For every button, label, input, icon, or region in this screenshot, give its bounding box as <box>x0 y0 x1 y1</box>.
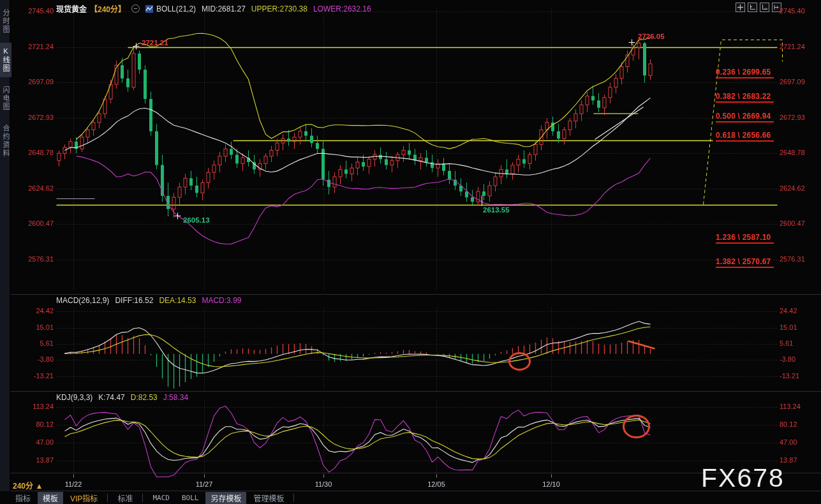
macd-axis-tick-right: 24.42 <box>780 307 797 315</box>
date-axis-tick: 12/05 <box>427 480 445 488</box>
toolbar-separator <box>107 494 108 502</box>
main-axis-tick-left: 2576.31 <box>19 255 54 263</box>
trading-terminal: 分时图 K线图 闪电图 合约资料 现货黄金 【240分】 BOLL(21,2) … <box>0 0 821 504</box>
kdj-d-value: D:82.53 <box>131 393 158 402</box>
kdj-name: KDJ(9,3,3) <box>56 393 92 402</box>
sidebar-item-lightning[interactable]: 闪电图 <box>0 82 11 115</box>
macd-dea-value: DEA:14.53 <box>159 296 196 305</box>
main-axis-tick-right: 2672.93 <box>780 114 805 121</box>
period-label: 【240分】 <box>90 3 126 14</box>
macd-button[interactable]: MACD <box>147 493 175 503</box>
xaxis-scale-icon[interactable] <box>760 3 769 12</box>
date-axis-tick: 11/22 <box>65 480 82 488</box>
fib-retracement-label: 0.382 \ 2683.22 <box>716 92 774 103</box>
macd-axis-tick-right: -13.21 <box>780 372 799 380</box>
sidebar-item-contract-info[interactable]: 合约资料 <box>0 120 11 162</box>
main-axis-tick-right: 2624.62 <box>780 184 805 192</box>
boll-button[interactable]: BOLL <box>177 493 204 503</box>
macd-axis-tick-left: -3.80 <box>19 355 54 363</box>
price-annotation: 2613.55 <box>483 206 510 214</box>
main-axis-tick-left: 2648.78 <box>19 149 54 156</box>
template-button[interactable]: 模板 <box>38 492 63 504</box>
kdj-axis-tick-left: 13.87 <box>19 456 54 464</box>
standard-button[interactable]: 标准 <box>112 492 138 504</box>
date-axis-tick: 12/10 <box>542 480 560 488</box>
main-axis-tick-right: 2721.24 <box>780 43 805 50</box>
symbol-name: 现货黄金 <box>56 3 87 14</box>
boll-lower-value: LOWER:2632.16 <box>313 4 371 13</box>
dropdown-arrow-icon: ▲ <box>35 482 43 491</box>
kdj-axis-tick-left: 113.24 <box>19 403 54 410</box>
fib-retracement-label: 1.382 \ 2570.67 <box>716 257 774 268</box>
kline-chart-icon <box>145 5 153 13</box>
bottom-toolbar: 指标模板VIP指标标准MACDBOLL另存模板管理模板 <box>10 492 297 504</box>
move-tool-icon[interactable] <box>736 3 745 12</box>
boll-mid-value: MID:2681.27 <box>202 4 246 13</box>
main-axis-tick-right: 2697.09 <box>780 78 805 85</box>
macd-diff-value: DIFF:16.52 <box>115 296 153 305</box>
kdj-axis-tick-right: 113.24 <box>780 403 801 410</box>
price-annotation: 2721.21 <box>142 39 168 47</box>
macd-header: MACD(26,12,9) DIFF:16.52 DEA:14.53 MACD:… <box>56 296 241 305</box>
main-axis-tick-right: 2648.78 <box>780 149 805 156</box>
vip-indicator-button[interactable]: VIP指标 <box>65 492 103 504</box>
boll-label: BOLL(21,2) <box>156 4 196 13</box>
sidebar-item-kline[interactable]: K线图 <box>0 43 11 77</box>
macd-axis-tick-left: 15.01 <box>19 323 54 331</box>
manage-template-button[interactable]: 管理模板 <box>248 492 289 504</box>
collapse-indicator-icon[interactable] <box>131 4 140 13</box>
toolbar-separator <box>293 494 294 502</box>
macd-axis-tick-left: -13.21 <box>19 372 54 380</box>
fib-retracement-label: 0.618 \ 2656.66 <box>716 131 774 142</box>
main-axis-tick-right: 2745.40 <box>780 7 805 15</box>
main-axis-tick-left: 2697.09 <box>19 78 54 85</box>
kdj-axis-tick-right: 80.12 <box>780 420 797 428</box>
kdj-axis-tick-left: 47.00 <box>19 438 54 446</box>
date-axis-tick: 11/30 <box>315 480 332 488</box>
price-annotation: 2726.05 <box>638 33 665 40</box>
chart-canvas[interactable] <box>0 0 821 504</box>
chart-header: 现货黄金 【240分】 BOLL(21,2) MID:2681.27 UPPER… <box>56 3 371 14</box>
macd-axis-tick-right: 15.01 <box>780 323 797 331</box>
chart-tool-icons <box>736 3 781 12</box>
macd-name: MACD(26,12,9) <box>56 296 109 305</box>
macd-axis-tick-right: 5.61 <box>780 339 793 347</box>
main-axis-tick-right: 2576.31 <box>780 255 805 263</box>
fx678-watermark: FX678 <box>701 463 785 493</box>
fib-retracement-label: 0.236 \ 2699.65 <box>716 68 774 78</box>
sidebar-item-timeshare[interactable]: 分时图 <box>0 4 11 38</box>
kdj-axis-tick-right: 47.00 <box>780 438 797 446</box>
period-selector[interactable]: 240分 ▲ <box>13 480 43 491</box>
boll-upper-value: UPPER:2730.38 <box>251 4 307 13</box>
macd-axis-tick-right: -3.80 <box>780 355 795 363</box>
macd-macd-value: MACD:3.99 <box>202 296 241 305</box>
macd-axis-tick-left: 24.42 <box>19 307 54 315</box>
main-axis-tick-left: 2600.47 <box>19 219 54 227</box>
toolbar-separator <box>142 494 143 502</box>
chart-type-sidebar: 分时图 K线图 闪电图 合约资料 <box>0 0 10 491</box>
main-axis-tick-left: 2745.40 <box>19 7 54 15</box>
fib-retracement-label: 0.500 \ 2669.94 <box>716 112 774 122</box>
main-axis-tick-right: 2600.47 <box>780 219 805 227</box>
fib-retracement-label: 1.236 \ 2587.10 <box>716 233 774 244</box>
main-axis-tick-left: 2721.24 <box>19 43 54 50</box>
date-axis-tick: 11/27 <box>196 480 213 488</box>
macd-axis-tick-left: 5.61 <box>19 339 54 347</box>
kdj-header: KDJ(9,3,3) K:74.47 D:82.53 J:58.34 <box>56 393 188 402</box>
kdj-j-value: J:58.34 <box>163 393 188 402</box>
main-axis-tick-left: 2672.93 <box>19 114 54 121</box>
yaxis-scale-icon[interactable] <box>748 3 757 12</box>
kdj-k-value: K:74.47 <box>98 393 124 402</box>
indicator-button[interactable]: 指标 <box>10 492 36 504</box>
save-template-button[interactable]: 另存模板 <box>205 492 246 504</box>
main-axis-tick-left: 2624.62 <box>19 184 54 192</box>
kdj-axis-tick-left: 80.12 <box>19 420 54 428</box>
price-annotation: 2605.13 <box>183 216 210 224</box>
